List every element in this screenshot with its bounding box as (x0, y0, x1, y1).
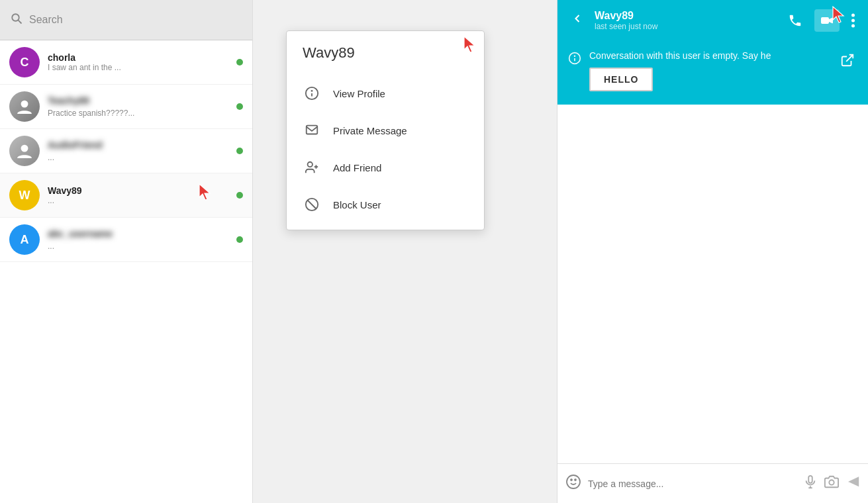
contact-preview-teachy89: Practice spanish?????... (48, 109, 232, 118)
svg-rect-8 (307, 126, 318, 134)
chat-greeting: Conversation with this user is empty. Sa… (557, 41, 868, 105)
contact-item-audio-user[interactable]: AudioFriend ... (0, 129, 252, 173)
search-label: Search (29, 14, 63, 26)
contact-name-audio-user: AudioFriend (48, 140, 102, 150)
send-button[interactable] (845, 475, 860, 492)
contact-item-abc-username[interactable]: A abc_username ... (0, 218, 252, 262)
online-indicator-wavy89 (236, 192, 243, 199)
search-bar[interactable]: Search (0, 0, 252, 40)
chat-header-actions (785, 9, 857, 32)
greeting-info-icon (568, 52, 581, 68)
chat-user-status: last seen just now (595, 22, 777, 31)
svg-point-3 (21, 145, 28, 152)
greeting-text: Conversation with this user is empty. Sa… (589, 50, 830, 61)
chat-username: Wavy89 (595, 10, 777, 22)
svg-rect-26 (808, 476, 812, 483)
contact-preview-chorla: I saw an ant in the ... (48, 63, 232, 72)
online-indicator-abc-username (236, 236, 243, 243)
contact-name-teachy89: Teachy89 (48, 95, 89, 106)
view-profile-label: View Profile (333, 88, 385, 99)
more-options-button[interactable] (849, 11, 857, 30)
svg-marker-30 (849, 477, 859, 487)
contact-info-teachy89: Teachy89 Practice spanish?????... (48, 95, 232, 118)
avatar-teachy89 (9, 91, 40, 122)
video-call-button[interactable] (814, 9, 840, 32)
contact-info-wavy89: Wavy89 ... (48, 185, 232, 205)
add-friend-label: Add Friend (333, 162, 381, 173)
contact-name-wavy89: Wavy89 (48, 185, 232, 196)
context-menu-title: Wavy89 (287, 44, 484, 75)
contact-item-chorla[interactable]: C chorla I saw an ant in the ... (0, 40, 252, 85)
contact-list: C chorla I saw an ant in the ... Teachy8… (0, 40, 252, 503)
message-input[interactable] (588, 479, 796, 489)
avatar-abc-username: A (9, 224, 40, 255)
open-external-button[interactable] (838, 50, 857, 73)
add-friend-icon (303, 158, 321, 177)
svg-point-16 (851, 14, 855, 17)
search-icon (11, 13, 23, 27)
online-indicator-audio-user (236, 148, 243, 154)
contact-preview-abc-username: ... (48, 242, 232, 251)
block-icon (303, 195, 321, 214)
avatar-wavy89: W (9, 180, 40, 210)
contact-info-abc-username: abc_username ... (48, 228, 232, 251)
contact-name-chorla: chorla (48, 52, 232, 63)
back-button[interactable] (568, 9, 587, 32)
svg-point-18 (851, 24, 855, 28)
online-indicator-teachy89 (236, 103, 243, 110)
svg-point-24 (571, 479, 572, 480)
chat-input-bar (557, 463, 868, 503)
context-menu-item-add-friend[interactable]: Add Friend (287, 149, 484, 186)
chat-panel: Wavy89 last seen just now (557, 0, 868, 503)
greeting-content: Conversation with this user is empty. Sa… (589, 50, 830, 91)
contact-item-teachy89[interactable]: Teachy89 Practice spanish?????... (0, 85, 252, 129)
svg-line-14 (308, 201, 316, 209)
svg-point-10 (308, 162, 313, 167)
contact-preview-audio-user: ... (48, 153, 232, 162)
emoji-button[interactable] (565, 474, 581, 494)
svg-line-1 (19, 21, 22, 24)
hello-button[interactable]: HELLO (589, 68, 653, 91)
svg-point-17 (851, 19, 855, 23)
block-user-label: Block User (333, 199, 381, 210)
sidebar: Search C chorla I saw an ant in the ... … (0, 0, 253, 503)
mic-button[interactable] (803, 475, 818, 492)
svg-point-0 (12, 14, 19, 21)
svg-point-2 (21, 101, 28, 108)
online-indicator-chorla (236, 59, 243, 66)
contact-info-chorla: chorla I saw an ant in the ... (48, 52, 232, 72)
contact-name-abc-username: abc_username (48, 228, 113, 239)
svg-point-29 (829, 480, 834, 484)
avatar-chorla: C (9, 47, 40, 77)
context-menu-item-view-profile[interactable]: View Profile (287, 75, 484, 112)
info-icon (303, 84, 321, 103)
svg-point-23 (567, 475, 580, 488)
contact-preview-wavy89: ... (48, 196, 232, 205)
avatar-audio-user (9, 136, 40, 166)
chat-messages-area (557, 105, 868, 463)
chat-header: Wavy89 last seen just now (557, 0, 868, 41)
svg-point-25 (575, 479, 576, 480)
contact-info-audio-user: AudioFriend ... (48, 140, 232, 162)
chat-header-info: Wavy89 last seen just now (595, 10, 777, 31)
contact-item-wavy89[interactable]: W Wavy89 ... (0, 173, 252, 218)
private-message-label: Private Message (333, 125, 407, 136)
camera-button[interactable] (824, 475, 839, 492)
call-button[interactable] (785, 11, 805, 30)
context-menu: Wavy89 View Profile Private Message (286, 30, 485, 230)
message-icon (303, 121, 321, 140)
svg-line-22 (846, 55, 853, 62)
context-menu-item-private-message[interactable]: Private Message (287, 112, 484, 149)
context-menu-item-block-user[interactable]: Block User (287, 186, 484, 223)
